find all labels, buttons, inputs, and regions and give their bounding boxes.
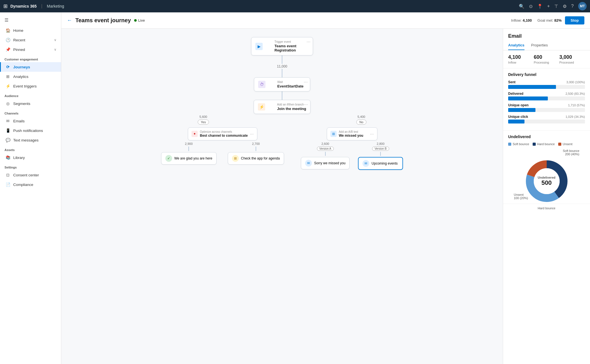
leaf-va-label: Sorry we missed you — [314, 161, 345, 165]
tab-analytics[interactable]: Analytics — [508, 41, 524, 50]
chevron-down-icon: ∨ — [54, 48, 57, 51]
hamburger-icon[interactable]: ☰ — [0, 15, 61, 26]
funnel-title: Delivery funnel — [508, 72, 585, 77]
no-node-menu[interactable]: ⋯ — [370, 132, 374, 136]
no-branch: ⊞ Add an A/B test We missed you ⋯ — [301, 127, 403, 170]
sidebar-item-consent[interactable]: ⊡ Consent center — [0, 170, 61, 180]
sidebar-item-recent[interactable]: 🕐 Recent ∨ — [0, 35, 61, 45]
no-action-node[interactable]: ⊞ Add an A/B test We missed you ⋯ — [327, 127, 377, 140]
leaf-yes2-count: 2,700 — [252, 142, 260, 145]
funnel-label: Unique click — [508, 115, 528, 119]
add-icon[interactable]: + — [547, 4, 550, 9]
section-label-settings: Settings — [0, 162, 61, 170]
branch-node[interactable]: ⋯ ⚡ Add an if/then branch Join the meeti… — [254, 100, 310, 114]
section-label-assets: Assets — [0, 145, 61, 153]
filter-icon[interactable]: ⊤ — [554, 4, 558, 9]
recent-icon: 🕐 — [5, 38, 10, 42]
search-icon[interactable]: 🔍 — [519, 4, 524, 9]
analytics-icon: ⊞ — [5, 74, 10, 79]
goal-stat: Goal met: 82% — [537, 18, 562, 23]
back-button[interactable]: ← — [67, 17, 72, 23]
flow-count-1: 11,000 — [277, 64, 287, 68]
hard-bounce-legend-dot — [533, 143, 536, 146]
section-label-customer: Customer engagement — [0, 54, 61, 62]
tasks-icon[interactable]: ⊙ — [529, 4, 533, 9]
branch-container: 5,600 Yes 5,400 No — [84, 114, 480, 170]
sidebar-item-compliance[interactable]: 📄 Compliance — [0, 180, 61, 189]
funnel-label: Delivered — [508, 92, 523, 96]
status-badge: Live — [134, 18, 145, 23]
soft-bounce-legend-dot — [508, 143, 511, 146]
location-icon[interactable]: 📍 — [537, 4, 543, 9]
funnel-bar-bg — [508, 96, 585, 100]
help-icon[interactable]: ? — [571, 4, 574, 9]
wait-type-label: Wait — [277, 80, 303, 84]
soft-bounce-ann-value: 200 (40%) — [565, 152, 579, 156]
node-menu-icon[interactable]: ⋯ — [304, 80, 308, 84]
sidebar-item-journeys[interactable]: ⟳ Journeys — [0, 62, 61, 72]
funnel-label: Unique open — [508, 103, 529, 107]
funnel-sublabel: 1,710 (57%) — [568, 104, 585, 107]
trigger-type-label: Trigger event — [274, 40, 309, 43]
rp-tabs: Analytics Properties — [503, 41, 590, 50]
legend-soft: Soft bounce — [508, 142, 529, 146]
delivery-funnel-section: Delivery funnel Sent 3,000 (100%) Delive… — [503, 68, 590, 131]
funnel-bar-bg — [508, 108, 585, 112]
yes-action-title: Best channel to communicate — [200, 134, 248, 138]
stop-button[interactable]: Stop — [565, 16, 584, 24]
undelivered-title: Undelivered — [508, 134, 585, 139]
journey-canvas[interactable]: ⋯ ▶ Trigger event Teams event Registrati… — [61, 29, 503, 364]
sidebar-item-push[interactable]: 📱 Push notifications — [0, 126, 61, 135]
journey-wrapper: ⋯ ▶ Trigger event Teams event Registrati… — [67, 34, 497, 173]
sidebar-item-analytics[interactable]: ⊞ Analytics — [0, 72, 61, 81]
leaf-vb-label: Upcoming events — [371, 161, 398, 165]
legend-unsent: Unsent — [558, 142, 573, 146]
funnel-row: Unique open 1,710 (57%) — [508, 103, 585, 112]
journeys-icon: ⟳ — [5, 65, 10, 69]
trigger-node[interactable]: ⋯ ▶ Trigger event Teams event Registrati… — [251, 37, 313, 55]
wait-node[interactable]: ⋯ ⏱ Wait EventStartDate — [254, 77, 310, 91]
processed-value: 3,000 — [559, 54, 585, 60]
app-icon: ⊞ — [232, 155, 239, 162]
hard-bounce-legend-label: Hard bounce — [537, 142, 555, 146]
app-layout: ☰ 🏠 Home 🕐 Recent ∨ 📌 Pinned ∨ Customer … — [0, 12, 590, 364]
leaf-va-node[interactable]: ✉ Sorry we missed you — [301, 157, 350, 169]
yes-tag: Yes — [198, 120, 209, 125]
inflow-label: Inflow — [508, 61, 534, 64]
trigger-icon: ▶ — [255, 43, 263, 50]
whatsapp-icon: ✓ — [165, 155, 172, 162]
legend-hard: Hard bounce — [533, 142, 555, 146]
unsent-legend-dot — [558, 143, 561, 146]
sidebar-item-pinned[interactable]: 📌 Pinned ∨ — [0, 45, 61, 54]
sidebar-item-segments[interactable]: ◎ Segments — [0, 99, 61, 108]
connector-line-3 — [282, 91, 282, 100]
sidebar-item-library[interactable]: 📚 Library — [0, 153, 61, 162]
leaf-yes1-count: 2,900 — [185, 142, 193, 145]
leaf-yes2-node[interactable]: ⊞ Check the app for agenda — [228, 152, 284, 165]
settings-icon[interactable]: ⚙ — [563, 4, 567, 9]
right-panel: Email Analytics Properties 4,100 Inflow … — [503, 29, 590, 364]
grid-icon[interactable]: ⊞ — [3, 3, 8, 9]
sidebar-item-home[interactable]: 🏠 Home — [0, 26, 61, 35]
segments-icon: ◎ — [5, 101, 10, 106]
leaf-yes1-node[interactable]: ✓ We are glad you are here — [161, 152, 217, 165]
node-menu-icon[interactable]: ⋯ — [307, 40, 310, 44]
funnel-sublabel: 2,500 (83.3%) — [566, 92, 585, 95]
yes-node-menu[interactable]: ⋯ — [250, 132, 254, 136]
sidebar-item-text[interactable]: 💬 Text messages — [0, 135, 61, 145]
inflow-stat: Inflow: 4,100 — [511, 18, 532, 23]
leaf-vb-node[interactable]: ✉ Upcoming events — [358, 157, 403, 170]
yes-sub-branch: 2,900 ✓ We are glad you are here 2, — [161, 142, 284, 165]
yes-action-node[interactable]: ✦ Optimize across channels Best channel … — [188, 127, 257, 140]
compliance-icon: 📄 — [5, 182, 10, 187]
email-va-icon: ✉ — [305, 160, 312, 167]
user-avatar[interactable]: MT — [578, 2, 587, 10]
wait-icon: ⏱ — [258, 81, 265, 88]
sidebar-item-event-triggers[interactable]: ⚡ Event triggers — [0, 81, 61, 91]
tab-properties[interactable]: Properties — [531, 41, 548, 50]
sidebar-item-emails[interactable]: ✉ Emails — [0, 116, 61, 126]
pin-icon: 📌 — [5, 47, 10, 52]
node-menu-icon[interactable]: ⋯ — [304, 102, 308, 107]
page-title: Teams event journey — [75, 17, 131, 24]
undelivered-section: Undelivered Soft bounce Hard bounce — [503, 131, 590, 204]
